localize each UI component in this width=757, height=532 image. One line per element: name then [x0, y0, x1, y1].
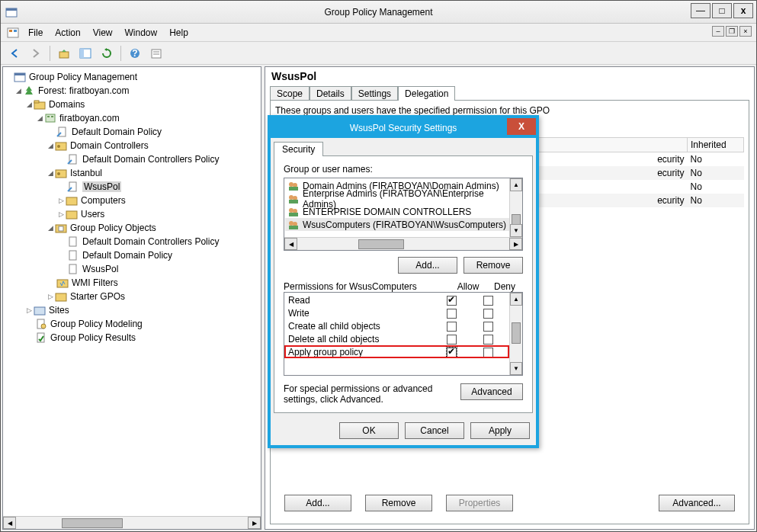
folder-icon [34, 98, 46, 111]
svg-point-40 [289, 182, 293, 187]
scroll-thumb[interactable] [512, 322, 521, 344]
tab-scope[interactable]: Scope [270, 86, 310, 101]
tree-modeling[interactable]: Group Policy Modeling [50, 319, 143, 329]
tab-settings[interactable]: Settings [351, 86, 398, 101]
create-allow-checkbox[interactable] [447, 322, 457, 332]
twisty-open-icon[interactable]: ◢ [35, 114, 44, 122]
tree-wmi[interactable]: WMI Filters [72, 277, 118, 288]
up-button[interactable] [55, 44, 73, 62]
menu-help[interactable]: Help [163, 26, 194, 40]
ok-button[interactable]: OK [339, 422, 399, 439]
scroll-up-icon[interactable]: ▲ [510, 178, 522, 191]
scroll-left-icon[interactable]: ◀ [3, 517, 16, 529]
perm-vscrollbar[interactable]: ▲ ▼ [509, 293, 522, 375]
forest-icon [23, 85, 35, 97]
twisty-closed-icon[interactable]: ▷ [46, 293, 55, 300]
gpo-link-icon [67, 181, 79, 193]
mdi-close-button[interactable]: × [739, 26, 752, 37]
tree-istanbul[interactable]: Istanbul [70, 168, 102, 178]
tree-users[interactable]: Users [81, 209, 104, 220]
read-allow-checkbox[interactable] [447, 296, 457, 306]
scroll-down-icon[interactable]: ▼ [510, 224, 522, 237]
write-deny-checkbox[interactable] [483, 309, 493, 319]
tab-details[interactable]: Details [310, 86, 351, 101]
dialog-titlebar[interactable]: WsusPol Security Settings X [271, 118, 536, 138]
tree-gpo[interactable]: Group Policy Objects [70, 223, 156, 233]
create-deny-checkbox[interactable] [483, 322, 493, 332]
scroll-right-icon[interactable]: ▶ [509, 238, 522, 250]
tree-computers[interactable]: Computers [81, 195, 126, 206]
tree-dc[interactable]: Domain Controllers [70, 140, 149, 151]
menu-window[interactable]: Window [119, 26, 164, 40]
permissions-listbox[interactable]: Read Write Create all child objects Dele… [284, 292, 523, 376]
scroll-right-icon[interactable]: ▶ [248, 517, 261, 529]
delete-allow-checkbox[interactable] [447, 335, 457, 345]
cancel-button[interactable]: Cancel [405, 422, 464, 439]
twisty-open-icon[interactable]: ◢ [46, 142, 55, 149]
tab-delegation[interactable]: Delegation [398, 86, 455, 101]
group-item-selected[interactable]: WsusComputers (FIRATBOYAN\WsusComputers) [303, 220, 506, 230]
dialog-close-button[interactable]: X [507, 118, 536, 135]
svg-rect-16 [34, 101, 39, 103]
tree-root[interactable]: Group Policy Management [29, 72, 137, 82]
scroll-left-icon[interactable]: ◀ [284, 238, 297, 250]
gpo-link-icon [56, 126, 69, 138]
menu-view[interactable]: View [87, 26, 119, 40]
tree-ddcp[interactable]: Default Domain Controllers Policy [82, 154, 219, 165]
forward-button[interactable] [27, 44, 45, 62]
tree-gpo-ddcp[interactable]: Default Domain Controllers Policy [82, 236, 219, 247]
tab-security[interactable]: Security [274, 142, 323, 156]
group-vscrollbar[interactable]: ▲ ▼ [509, 178, 522, 237]
tree-gpo-wsuspol[interactable]: WsusPol [82, 264, 118, 274]
twisty-closed-icon[interactable]: ▷ [24, 306, 34, 314]
delegation-remove-button[interactable]: Remove [365, 495, 432, 511]
group-names-listbox[interactable]: Domain Admins (FIRATBOYAN\Domain Admins)… [284, 178, 523, 251]
delegation-advanced-button[interactable]: Advanced... [659, 495, 735, 511]
back-button[interactable] [5, 44, 24, 62]
delegation-add-button[interactable]: Add... [284, 495, 351, 511]
twisty-open-icon[interactable]: ◢ [24, 101, 34, 108]
minimize-button[interactable]: — [691, 3, 710, 18]
options-button[interactable] [147, 44, 165, 62]
delete-deny-checkbox[interactable] [483, 335, 493, 345]
tree-starter[interactable]: Starter GPOs [70, 291, 125, 302]
scroll-thumb[interactable] [358, 239, 404, 249]
tree-hscrollbar[interactable]: ◀ ▶ [3, 516, 261, 529]
tree-results[interactable]: Group Policy Results [50, 332, 136, 343]
twisty-closed-icon[interactable]: ▷ [56, 197, 66, 204]
twisty-open-icon[interactable]: ◢ [46, 224, 55, 232]
show-hide-tree-button[interactable] [76, 44, 95, 62]
dialog-remove-button[interactable]: Remove [464, 257, 523, 274]
tree-forest[interactable]: Forest: firatboyan.com [38, 85, 129, 96]
group-item[interactable]: ENTERPRISE DOMAIN CONTROLLERS [303, 207, 471, 217]
tree-wsuspol[interactable]: WsusPol [82, 181, 121, 192]
svg-point-22 [57, 145, 60, 148]
write-allow-checkbox[interactable] [447, 309, 457, 319]
help-button[interactable]: ? [126, 44, 144, 62]
group-hscrollbar[interactable]: ◀ ▶ [284, 237, 522, 250]
tree-sites[interactable]: Sites [49, 305, 69, 316]
maximize-button[interactable]: □ [712, 3, 732, 18]
tree-domains[interactable]: Domains [49, 99, 85, 110]
scroll-up-icon[interactable]: ▲ [510, 293, 522, 306]
menu-file[interactable]: File [22, 26, 49, 40]
col-inherited[interactable]: Inherited [688, 138, 744, 152]
tree-domain[interactable]: firatboyan.com [59, 113, 120, 123]
twisty-closed-icon[interactable]: ▷ [56, 210, 66, 218]
refresh-button[interactable] [98, 44, 116, 62]
twisty-open-icon[interactable]: ◢ [14, 87, 23, 95]
dialog-add-button[interactable]: Add... [398, 257, 457, 274]
apply-button[interactable]: Apply [470, 422, 530, 439]
tree-ddp[interactable]: Default Domain Policy [72, 127, 162, 137]
dialog-advanced-button[interactable]: Advanced [460, 383, 523, 400]
mdi-minimize-button[interactable]: – [712, 26, 724, 37]
scroll-down-icon[interactable]: ▼ [510, 362, 522, 375]
twisty-open-icon[interactable]: ◢ [46, 169, 55, 177]
menu-action[interactable]: Action [49, 26, 86, 40]
mdi-restore-button[interactable]: ❐ [726, 26, 738, 37]
tree-pane[interactable]: Group Policy Management ◢Forest: firatbo… [2, 66, 261, 530]
scroll-thumb[interactable] [62, 518, 123, 528]
close-button[interactable]: x [733, 3, 753, 18]
read-deny-checkbox[interactable] [483, 296, 493, 306]
tree-gpo-ddp[interactable]: Default Domain Policy [82, 250, 172, 261]
